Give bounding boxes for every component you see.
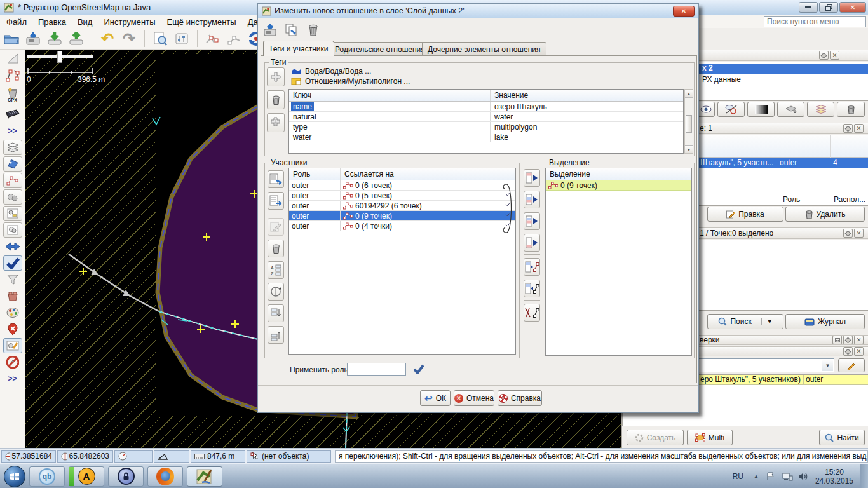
layers-panel-icon[interactable] [3,140,22,155]
selection-col-header[interactable]: Выделение [546,170,590,179]
relation-edit-button[interactable]: Правка [707,207,783,222]
relations-pin-button[interactable] [843,124,853,133]
selection-search-button[interactable]: Поиск ▼ [707,314,783,329]
role-combobox[interactable]: ▼ [697,358,834,372]
select-members-button[interactable] [524,258,540,276]
members-col-role[interactable]: Роль [289,170,340,179]
members-col-ref[interactable]: Ссылается на [341,170,394,179]
relation-delete-button[interactable]: Удалить [785,207,865,222]
validator-dock-button[interactable] [832,336,842,344]
add-tag-button[interactable] [267,67,285,86]
changeset-panel-icon[interactable] [3,288,22,304]
preferences-button[interactable] [173,30,191,48]
apply-role-input[interactable] [347,363,406,376]
editor-pin-button[interactable] [843,347,853,356]
tag-row[interactable]: natural water [289,112,683,122]
scroll-up-icon[interactable]: ▲ [685,90,693,98]
dialog-close-button[interactable]: ✕ [673,6,695,17]
tags-col-key[interactable]: Ключ [289,91,490,100]
measure-icon[interactable] [3,51,22,66]
download-button[interactable] [46,30,64,48]
remove-selected-members-button[interactable] [524,304,540,322]
preset-multipolygon[interactable]: Отношения/Мультиполигон ... [291,77,410,86]
scroll-thumb[interactable] [686,115,692,133]
selection-history-button[interactable]: Журнал [785,314,865,329]
add-selection-at-start-button[interactable] [524,169,540,187]
no-shortcut-icon[interactable] [3,355,22,370]
validator-close-button[interactable]: ✕ [854,336,864,344]
taskbar-app-qbittorrent[interactable]: qb [29,466,65,487]
tags-scrollbar[interactable]: ▲ ▼ [684,89,693,154]
gpx-download-icon[interactable]: GPX [3,84,22,105]
validator-panel-icon[interactable] [3,255,22,271]
upload-button[interactable] [67,30,85,48]
undo-button[interactable]: ↶ [98,30,116,48]
tray-expand-icon[interactable]: ▲ [754,473,759,479]
start-button[interactable] [4,466,25,487]
mappaint-panel-icon[interactable] [3,305,22,320]
sort-members-button[interactable]: AZ [268,261,284,279]
overflow-icon[interactable]: >> [3,123,22,139]
minimize-button[interactable] [799,2,818,13]
conflict-panel-icon[interactable] [3,239,22,254]
download-incomplete-members-button[interactable] [268,192,284,210]
edit-preferences-icon[interactable] [3,338,22,353]
improve-way-icon[interactable] [3,67,22,83]
tags-col-value[interactable]: Значение [491,91,528,100]
menu-more-tools[interactable]: Ещё инструменты [165,16,237,28]
help-button[interactable]: Справка [498,390,542,406]
multipolygon-button[interactable]: Multi [687,430,733,445]
edit-role-button[interactable] [838,358,865,372]
duplicate-relation-button[interactable] [283,22,300,38]
tags-panel-icon[interactable] [3,156,22,172]
validator-pin-button[interactable] [843,336,853,344]
menu-view[interactable]: Вид [76,16,94,28]
move-member-down-button[interactable] [268,304,284,322]
relations-close-button[interactable]: ✕ [854,124,864,133]
apply-changes-button[interactable] [262,22,278,38]
search-dropdown-arrow[interactable]: ▼ [761,318,773,325]
overflow2-icon[interactable]: >> [3,371,22,386]
remove-member-button[interactable] [268,240,284,257]
layer-delete-button[interactable] [837,102,865,117]
paste-tags-button[interactable] [267,113,285,132]
add-selection-before-button[interactable] [524,191,540,208]
commands-panel-icon[interactable] [3,189,22,205]
presets2-panel-icon[interactable] [3,222,22,238]
close-button[interactable]: ✕ [839,2,866,13]
layer-opacity-button[interactable] [717,102,745,117]
tab-parent-relations[interactable]: Родительские отношения [329,42,431,56]
select-in-relation-button[interactable] [524,280,540,297]
taskbar-app-aimp[interactable]: A [69,466,104,487]
delete-relation-button[interactable] [305,22,322,38]
apply-role-confirm-button[interactable] [410,362,427,376]
create-relation-button[interactable]: Создать [627,430,684,445]
tab-tags-members[interactable]: Теги и участники [263,41,334,56]
presets-panel-icon[interactable] [3,206,22,221]
menu-search-input[interactable] [764,16,866,27]
taskbar-app-keepass[interactable] [108,466,144,487]
menu-file[interactable]: Файл [5,16,28,28]
edit-member-button[interactable] [268,218,284,236]
show-desktop-button[interactable] [860,464,868,488]
selection-row[interactable]: 0 (9 точек) [546,180,691,191]
language-indicator[interactable]: RU [733,472,743,481]
open-button[interactable] [3,30,20,48]
layer-gamma-button[interactable] [747,102,775,117]
tab-child-relations[interactable]: Дочерние элементы отношения [422,42,546,56]
tag-row[interactable]: type multipolygon [289,122,683,132]
layer-merge-button[interactable] [777,102,804,117]
relations-panel-icon[interactable] [3,173,22,188]
taskbar-app-josm[interactable] [187,466,222,487]
tag-row[interactable]: water lake [289,132,683,142]
layer-duplicate-button[interactable] [807,102,834,117]
find-relation-button[interactable]: Найти [819,430,865,445]
member-row[interactable]: outer 60194292 (6 точек) [289,201,515,211]
selection-close-button[interactable]: ✕ [854,229,864,238]
download-members-button[interactable] [268,170,284,188]
move-member-up-button[interactable] [268,326,284,344]
cancel-button[interactable]: ✕Отмена [454,390,494,406]
zoom-slider-handle[interactable] [57,51,62,63]
layers-pin-button[interactable] [819,51,829,60]
split-way-button[interactable] [204,30,222,48]
